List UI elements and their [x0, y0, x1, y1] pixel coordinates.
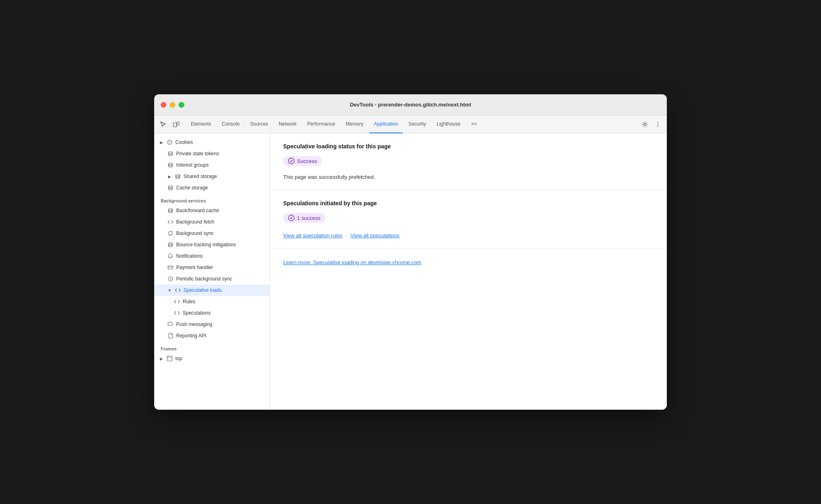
check-circle-icon: [288, 158, 295, 164]
bell-icon: [167, 253, 174, 259]
toolbar-icon-group: [157, 119, 182, 130]
devtools-toolbar: Elements Console Sources Network Perform…: [154, 115, 667, 133]
db-icon-3: [175, 173, 181, 180]
sidebar-item-speculative-loads[interactable]: ▼ Speculative loads: [154, 285, 270, 296]
svg-point-6: [168, 140, 172, 145]
loading-status-title: Speculative loading status for this page: [283, 143, 654, 150]
sidebar-item-push-messaging[interactable]: Push messaging: [154, 319, 270, 330]
speculations-section: Speculations initiated by this page 1 su…: [270, 190, 667, 249]
badge-label: Success: [297, 158, 317, 164]
tab-more[interactable]: >>: [466, 115, 482, 133]
sidebar-item-bounce-tracking[interactable]: Bounce tracking mitigations: [154, 239, 270, 250]
card-icon: [167, 264, 174, 271]
sidebar-label-speculations: Speculations: [183, 310, 211, 316]
sidebar-item-bg-fetch[interactable]: Background fetch: [154, 216, 270, 228]
doc-icon: [167, 332, 174, 339]
content-area: Speculative loading status for this page…: [270, 133, 667, 410]
sidebar-item-shared-storage[interactable]: ▶ Shared storage: [154, 171, 270, 182]
minimize-button[interactable]: [170, 102, 175, 108]
device-toggle-icon[interactable]: [170, 119, 182, 130]
speculations-icon: [174, 310, 180, 316]
bg-services-label: Background services: [154, 193, 270, 205]
sidebar-item-bg-sync[interactable]: Background sync: [154, 228, 270, 239]
arrows-icon-1: [167, 219, 174, 225]
svg-point-11: [168, 163, 172, 165]
sidebar-item-top-frame[interactable]: ▶ top: [154, 353, 270, 364]
sidebar-label-reporting-api: Reporting API: [176, 333, 206, 339]
learn-more-section: Learn more: Speculative loading on devel…: [270, 249, 667, 276]
expand-icon: ▶: [159, 140, 164, 145]
sidebar-label-private-state: Private state tokens: [176, 151, 219, 156]
sidebar-label-shared-storage: Shared storage: [183, 174, 217, 179]
svg-point-15: [168, 243, 172, 244]
more-options-icon[interactable]: [652, 119, 664, 130]
sidebar: ▶ Cookies: [154, 133, 270, 410]
sidebar-label-notifications: Notifications: [176, 253, 203, 259]
sidebar-item-rules[interactable]: Rules: [154, 296, 270, 307]
expand-frame-icon: ▶: [159, 356, 164, 361]
view-speculation-rules-link[interactable]: View all speculation rules: [283, 232, 343, 239]
svg-point-4: [657, 124, 658, 124]
svg-point-13: [168, 186, 172, 187]
speculations-badge-label: 1 success: [297, 215, 321, 221]
svg-rect-1: [177, 122, 179, 125]
tab-application[interactable]: Application: [369, 115, 403, 133]
separator: ·: [346, 232, 347, 239]
speculation-links: View all speculation rules · View all sp…: [283, 232, 654, 239]
inspect-icon[interactable]: [157, 119, 169, 130]
maximize-button[interactable]: [179, 102, 184, 108]
sidebar-label-bg-sync: Background sync: [176, 230, 214, 236]
sidebar-item-reporting-api[interactable]: Reporting API: [154, 330, 270, 341]
traffic-lights: [161, 102, 184, 108]
tab-console[interactable]: Console: [217, 115, 245, 133]
collapse-icon: ▼: [167, 288, 172, 293]
sidebar-label-bg-fetch: Background fetch: [176, 219, 214, 225]
sync-icon: [167, 230, 174, 237]
close-button[interactable]: [161, 102, 166, 108]
sidebar-label-top: top: [175, 356, 182, 361]
sidebar-label-bounce: Bounce tracking mitigations: [176, 242, 236, 248]
settings-icon[interactable]: [639, 119, 651, 130]
cookie-icon: [166, 139, 173, 146]
tab-sources[interactable]: Sources: [245, 115, 273, 133]
sidebar-item-cache-storage[interactable]: Cache storage: [154, 182, 270, 193]
svg-point-8: [170, 141, 171, 142]
svg-point-10: [168, 152, 172, 153]
status-description: This page was successfully prefetched.: [283, 174, 654, 180]
toolbar-right: [639, 119, 664, 130]
svg-point-5: [657, 126, 658, 126]
sidebar-item-interest-groups[interactable]: Interest groups: [154, 159, 270, 171]
sidebar-label-payment: Payment handler: [176, 265, 213, 270]
sidebar-item-payment[interactable]: Payment handler: [154, 262, 270, 273]
sidebar-item-cookies[interactable]: ▶ Cookies: [154, 137, 270, 148]
sidebar-item-bfcache[interactable]: Back/forward cache: [154, 205, 270, 216]
sidebar-item-notifications[interactable]: Notifications: [154, 250, 270, 262]
sidebar-label-rules: Rules: [183, 299, 195, 304]
clock-icon: [167, 276, 174, 282]
svg-point-9: [169, 143, 170, 143]
sidebar-label-bfcache: Back/forward cache: [176, 208, 219, 213]
view-all-speculations-link[interactable]: View all speculations: [350, 232, 399, 239]
tab-performance[interactable]: Performance: [302, 115, 340, 133]
sidebar-label-interest-groups: Interest groups: [176, 162, 209, 168]
tab-security[interactable]: Security: [404, 115, 431, 133]
tab-memory[interactable]: Memory: [341, 115, 368, 133]
sidebar-item-periodic-sync[interactable]: Periodic background sync: [154, 273, 270, 285]
learn-more-link[interactable]: Learn more: Speculative loading on devel…: [283, 259, 421, 265]
sidebar-item-speculations[interactable]: Speculations: [154, 307, 270, 319]
sidebar-label-cookies: Cookies: [175, 139, 193, 145]
tab-elements[interactable]: Elements: [186, 115, 216, 133]
check-circle-icon-2: [288, 215, 295, 221]
svg-point-3: [657, 122, 658, 122]
title-bar: DevTools - prerender-demos.glitch.me/nex…: [154, 94, 667, 115]
tab-network[interactable]: Network: [274, 115, 301, 133]
tab-lighthouse[interactable]: Lighthouse: [432, 115, 465, 133]
frames-label: Frames: [154, 341, 270, 353]
sidebar-label-speculative: Speculative loads: [183, 287, 222, 293]
speculations-title: Speculations initiated by this page: [283, 200, 654, 206]
sidebar-item-private-state-tokens[interactable]: Private state tokens: [154, 148, 270, 159]
db-icon-4: [167, 185, 174, 191]
frame-icon: [166, 355, 173, 362]
rules-icon: [174, 298, 180, 305]
svg-rect-16: [168, 266, 173, 269]
